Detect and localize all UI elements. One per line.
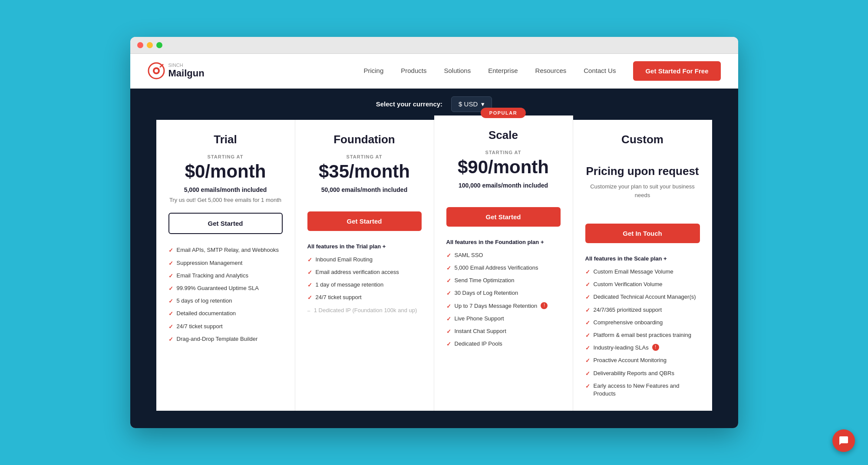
check-icon: ✓ (446, 328, 451, 336)
check-icon: ✓ (168, 336, 173, 343)
get-started-scale-button[interactable]: Get Started (446, 207, 561, 227)
check-icon: ✓ (585, 357, 590, 365)
plan-card-trial: Trial STARTING AT $0/month 5,000 emails/… (156, 120, 295, 411)
feature-list-trial: ✓Email APIs, SMTP Relay, and Webhooks ✓S… (168, 246, 283, 343)
feature-item: ✓Dedicated IP Pools (446, 340, 561, 348)
feature-list-scale: ✓SAML SSO ✓5,000 Email Address Verificat… (446, 251, 561, 349)
feature-item: ✓Send Time Optimization (446, 277, 561, 285)
nav-products[interactable]: Products (401, 67, 426, 74)
starting-at-scale: STARTING AT (446, 150, 561, 155)
navbar: SINCH Mailgun Pricing Products Solutions… (130, 54, 738, 89)
feature-text: Drag-and-Drop Template Builder (177, 335, 258, 343)
feature-item: ✓Email Tracking and Analytics (168, 272, 283, 280)
feature-item: ✓Platform & email best practices trainin… (585, 331, 700, 340)
feature-item: ✓Early access to New Features and Produc… (585, 382, 700, 398)
feature-list-foundation: ✓Inbound Email Routing ✓Email address ve… (307, 256, 422, 315)
feature-item: ✓SAML SSO (446, 251, 561, 260)
feature-item: ✓Email address verification access (307, 268, 422, 277)
feature-item: ✓24/7 ticket support (168, 323, 283, 331)
chat-button[interactable] (832, 429, 855, 452)
popular-badge: POPULAR (481, 108, 526, 118)
feature-text: Email APIs, SMTP Relay, and Webhooks (177, 246, 279, 254)
feature-item: ✓5 days of log retention (168, 297, 283, 305)
plan-name-foundation: Foundation (307, 133, 422, 146)
feature-item: ✓Drag-and-Drop Template Builder (168, 335, 283, 343)
feature-item: ✓Dedicated Technical Account Manager(s) (585, 293, 700, 301)
feature-text: Up to 7 Days Message Retention (455, 302, 538, 310)
feature-text: Comprehensive onboarding (594, 319, 663, 326)
chevron-down-icon: ▾ (481, 100, 485, 108)
feature-text: Custom Verification Volume (594, 280, 663, 288)
nav-links: Pricing Products Solutions Enterprise Re… (363, 67, 616, 75)
feature-item: ✓Industry-leading SLAs! (585, 344, 700, 352)
check-icon: ✓ (446, 315, 451, 323)
dash-icon: – (307, 307, 310, 315)
get-started-foundation-button[interactable]: Get Started (307, 211, 422, 231)
feature-item: ✓Deliverability Reports and QBRs (585, 369, 700, 378)
desc-trial: Try us out! Get 5,000 free emails for 1 … (168, 196, 283, 204)
feature-item: ✓Custom Verification Volume (585, 280, 700, 289)
price-foundation: $35/month (307, 161, 422, 182)
browser-window: SINCH Mailgun Pricing Products Solutions… (130, 37, 738, 428)
browser-toolbar (130, 37, 738, 54)
feature-text: Proactive Account Monitoring (594, 356, 667, 364)
feature-text: Suppression Management (177, 259, 243, 267)
logo[interactable]: SINCH Mailgun (148, 62, 205, 79)
plan-card-foundation: Foundation STARTING AT $35/month 50,000 … (295, 120, 434, 411)
plan-name-trial: Trial (168, 133, 283, 146)
feature-item: ✓Proactive Account Monitoring (585, 356, 700, 365)
nav-contact[interactable]: Contact Us (584, 67, 616, 74)
check-icon: ✓ (585, 332, 590, 340)
feature-item: ✓Suppression Management (168, 259, 283, 267)
features-header-scale: All features in the Foundation plan + (446, 239, 561, 245)
feature-item: ✓1 day of message retention (307, 281, 422, 289)
feature-item: ✓Live Phone Support (446, 315, 561, 323)
feature-text: 1 Dedicated IP (Foundation 100k and up) (314, 307, 417, 314)
price-trial: $0/month (168, 161, 283, 182)
starting-at-foundation: STARTING AT (307, 154, 422, 159)
feature-item: ✓Email APIs, SMTP Relay, and Webhooks (168, 246, 283, 254)
feature-text: Platform & email best practices training (594, 331, 691, 339)
check-icon: ✓ (168, 285, 173, 293)
nav-pricing[interactable]: Pricing (363, 67, 383, 74)
feature-text: 30 Days of Log Retention (455, 289, 518, 297)
nav-enterprise[interactable]: Enterprise (488, 67, 518, 74)
feature-text: Live Phone Support (455, 315, 504, 323)
get-in-touch-button[interactable]: Get In Touch (585, 224, 700, 243)
check-icon: ✓ (307, 269, 312, 277)
feature-item: ✓Custom Email Message Volume (585, 268, 700, 276)
check-icon: ✓ (446, 252, 451, 260)
feature-text: Instant Chat Support (455, 327, 506, 335)
info-icon[interactable]: ! (541, 302, 548, 309)
check-icon: ✓ (446, 290, 451, 297)
get-started-trial-button[interactable]: Get Started (168, 213, 283, 234)
feature-text: Email Tracking and Analytics (177, 272, 248, 280)
check-icon: ✓ (168, 247, 173, 254)
feature-item: ✓Comprehensive onboarding (585, 319, 700, 327)
plans-grid: Trial STARTING AT $0/month 5,000 emails/… (156, 120, 712, 411)
feature-list-custom: ✓Custom Email Message Volume ✓Custom Ver… (585, 268, 700, 398)
close-button[interactable] (137, 42, 143, 48)
nav-resources[interactable]: Resources (535, 67, 567, 74)
feature-item: ✓Instant Chat Support (446, 327, 561, 336)
feature-text: Custom Email Message Volume (594, 268, 673, 276)
feature-text: Dedicated Technical Account Manager(s) (594, 293, 696, 301)
maximize-button[interactable] (156, 42, 162, 48)
feature-item-disabled: –1 Dedicated IP (Foundation 100k and up) (307, 307, 422, 315)
check-icon: ✓ (585, 307, 590, 314)
plan-name-custom: Custom (585, 133, 700, 146)
info-icon[interactable]: ! (652, 344, 659, 351)
get-started-button[interactable]: Get Started For Free (633, 61, 720, 81)
emails-scale: 100,000 emails/month included (446, 182, 561, 189)
check-icon: ✓ (585, 383, 590, 390)
check-icon: ✓ (585, 370, 590, 378)
feature-item: ✓24/7 ticket support (307, 294, 422, 302)
minimize-button[interactable] (147, 42, 153, 48)
nav-solutions[interactable]: Solutions (444, 67, 471, 74)
feature-text: 24/7/365 prioritized support (594, 306, 662, 314)
plan-name-scale: Scale (446, 129, 561, 142)
pricing-section: Trial STARTING AT $0/month 5,000 emails/… (130, 120, 738, 428)
price-custom: Pricing upon request (585, 165, 700, 178)
starting-at-trial: STARTING AT (168, 154, 283, 159)
feature-item: ✓99.99% Guaranteed Uptime SLA (168, 284, 283, 293)
